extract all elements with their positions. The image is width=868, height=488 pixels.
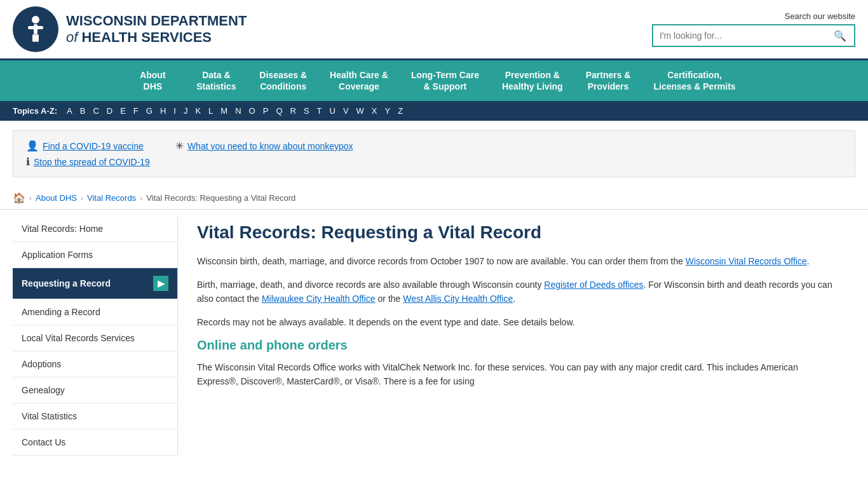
- west-allis-health-link[interactable]: West Allis City Health Office: [403, 294, 513, 304]
- bc-sep-2: ›: [140, 194, 142, 203]
- sidebar: Vital Records: HomeApplication FormsRequ…: [13, 216, 178, 456]
- az-label: Topics A-Z:: [13, 106, 57, 116]
- content-para-3: Records may not be always available. It …: [197, 315, 836, 329]
- bc-vital-records[interactable]: Vital Records: [87, 193, 136, 203]
- az-letter-h[interactable]: H: [158, 105, 168, 117]
- logo-area: WISCONSIN DEPARTMENT of HEALTH SERVICES: [13, 6, 247, 52]
- sidebar-item-genealogy[interactable]: Genealogy: [13, 377, 177, 403]
- az-letter-z[interactable]: Z: [396, 105, 405, 117]
- breadcrumb: 🏠 › About DHS › Vital Records › Vital Re…: [0, 187, 868, 210]
- person-icon: 👤: [26, 140, 39, 152]
- bc-current: Vital Records: Requesting a Vital Record: [146, 193, 295, 203]
- sidebar-item-label: Vital Records: Home: [22, 224, 103, 234]
- nav-item-partners-providers[interactable]: Partners & Providers: [574, 60, 642, 101]
- sidebar-item-contact-us[interactable]: Contact Us: [13, 430, 177, 456]
- search-area: Search our website 🔍: [652, 11, 855, 47]
- az-letter-b[interactable]: B: [78, 105, 88, 117]
- az-letter-j[interactable]: J: [182, 105, 190, 117]
- nav-item-data-statistics[interactable]: Data & Statistics: [184, 60, 248, 101]
- az-letter-m[interactable]: M: [219, 105, 229, 117]
- sidebar-item-label: Local Vital Records Services: [22, 333, 135, 343]
- milwaukee-health-link[interactable]: Milwaukee City Health Office: [262, 294, 376, 304]
- search-button[interactable]: 🔍: [826, 25, 854, 46]
- az-letter-k[interactable]: K: [193, 105, 203, 117]
- covid-spread-link[interactable]: Stop the spread of COVID-19: [34, 157, 150, 167]
- nav-item-diseases-conditions[interactable]: Diseases & Conditions: [248, 60, 318, 101]
- sidebar-item-label: Contact Us: [22, 437, 65, 447]
- az-letter-c[interactable]: C: [91, 105, 100, 117]
- content-para-4: The Wisconsin Vital Records Office works…: [197, 360, 836, 389]
- sidebar-item-label: Requesting a Record: [22, 278, 111, 288]
- svg-rect-4: [36, 34, 39, 42]
- sidebar-item-local-vital-records[interactable]: Local Vital Records Services: [13, 325, 177, 351]
- az-letter-p[interactable]: P: [261, 105, 271, 117]
- az-letter-y[interactable]: Y: [383, 105, 393, 117]
- alert-col-left: 👤 Find a COVID-19 vaccine ℹ Stop the spr…: [26, 140, 150, 168]
- nav-item-prevention-healthy[interactable]: Prevention & Healthy Living: [491, 60, 574, 101]
- sidebar-item-vital-statistics[interactable]: Vital Statistics: [13, 403, 177, 430]
- az-letter-d[interactable]: D: [105, 105, 114, 117]
- monkeypox-link[interactable]: What you need to know about monkeypox: [187, 141, 353, 151]
- az-letter-i[interactable]: I: [172, 105, 178, 117]
- az-letter-t[interactable]: T: [315, 105, 324, 117]
- bc-sep-0: ›: [29, 194, 32, 203]
- az-letter-g[interactable]: G: [144, 105, 154, 117]
- sidebar-item-label: Amending a Record: [22, 307, 100, 317]
- sidebar-item-vital-records-home[interactable]: Vital Records: Home: [13, 216, 177, 242]
- az-letter-v[interactable]: V: [341, 105, 351, 117]
- info-icon: ℹ: [26, 156, 30, 168]
- search-input[interactable]: [653, 25, 826, 46]
- alert-covid-vaccine: 👤 Find a COVID-19 vaccine: [26, 140, 150, 152]
- register-deeds-link[interactable]: Register of Deeds offices: [544, 280, 643, 290]
- home-icon[interactable]: 🏠: [13, 192, 25, 204]
- svg-rect-3: [32, 34, 36, 42]
- content-para-2: Birth, marriage, death, and divorce reco…: [197, 278, 836, 306]
- sidebar-item-label: Application Forms: [22, 250, 93, 260]
- az-letter-l[interactable]: L: [207, 105, 215, 117]
- sidebar-item-requesting-record[interactable]: Requesting a Record▶: [13, 268, 177, 299]
- site-header: WISCONSIN DEPARTMENT of HEALTH SERVICES …: [0, 0, 868, 60]
- nav-item-health-care-coverage[interactable]: Health Care & Coverage: [318, 60, 400, 101]
- main-nav: About DHSData & StatisticsDiseases & Con…: [0, 60, 868, 101]
- az-letter-a[interactable]: A: [65, 105, 74, 117]
- logo-icon: [13, 6, 58, 52]
- az-letter-s[interactable]: S: [302, 105, 311, 117]
- alert-covid-spread: ℹ Stop the spread of COVID-19: [26, 156, 150, 168]
- az-letter-r[interactable]: R: [288, 105, 298, 117]
- vital-records-office-link[interactable]: Wisconsin Vital Records Office: [686, 256, 807, 266]
- asterisk-icon: ✳: [175, 140, 184, 152]
- search-box[interactable]: 🔍: [652, 24, 855, 47]
- svg-rect-2: [28, 26, 43, 29]
- search-label: Search our website: [785, 11, 855, 21]
- sidebar-active-arrow: ▶: [153, 276, 168, 291]
- az-letter-w[interactable]: W: [355, 105, 366, 117]
- az-letter-q[interactable]: Q: [274, 105, 284, 117]
- svg-point-0: [32, 16, 39, 24]
- content-area: Vital Records: Requesting a Vital Record…: [178, 216, 855, 456]
- az-letter-f[interactable]: F: [132, 105, 140, 117]
- az-letter-o[interactable]: O: [247, 105, 257, 117]
- bc-about-dhs[interactable]: About DHS: [36, 193, 77, 203]
- alert-monkeypox: ✳ What you need to know about monkeypox: [175, 140, 353, 152]
- bc-sep-1: ›: [81, 194, 83, 203]
- sidebar-item-label: Adoptions: [22, 359, 61, 369]
- az-letter-e[interactable]: E: [118, 105, 128, 117]
- page-title: Vital Records: Requesting a Vital Record: [197, 222, 836, 243]
- org-name: WISCONSIN DEPARTMENT of HEALTH SERVICES: [66, 13, 247, 46]
- nav-item-about-dhs[interactable]: About DHS: [121, 60, 184, 101]
- sidebar-item-label: Genealogy: [22, 385, 65, 395]
- az-letter-n[interactable]: N: [233, 105, 243, 117]
- az-letter-u[interactable]: U: [328, 105, 337, 117]
- sidebar-item-amending-record[interactable]: Amending a Record: [13, 299, 177, 325]
- alert-col-right: ✳ What you need to know about monkeypox: [175, 140, 353, 152]
- covid-vaccine-link[interactable]: Find a COVID-19 vaccine: [43, 141, 144, 151]
- sidebar-item-adoptions[interactable]: Adoptions: [13, 351, 177, 377]
- main-layout: Vital Records: HomeApplication FormsRequ…: [13, 216, 855, 456]
- alert-bar: 👤 Find a COVID-19 vaccine ℹ Stop the spr…: [13, 130, 855, 177]
- az-bar: Topics A-Z: ABCDEFGHIJKLMNOPQRSTUVWXYZ: [0, 101, 868, 121]
- nav-item-certification-licenses[interactable]: Certification, Licenses & Permits: [642, 60, 747, 101]
- content-para-1: Wisconsin birth, death, marriage, and di…: [197, 254, 836, 268]
- nav-item-long-term-care[interactable]: Long-Term Care & Support: [400, 60, 491, 101]
- az-letter-x[interactable]: X: [370, 105, 379, 117]
- sidebar-item-application-forms[interactable]: Application Forms: [13, 242, 177, 268]
